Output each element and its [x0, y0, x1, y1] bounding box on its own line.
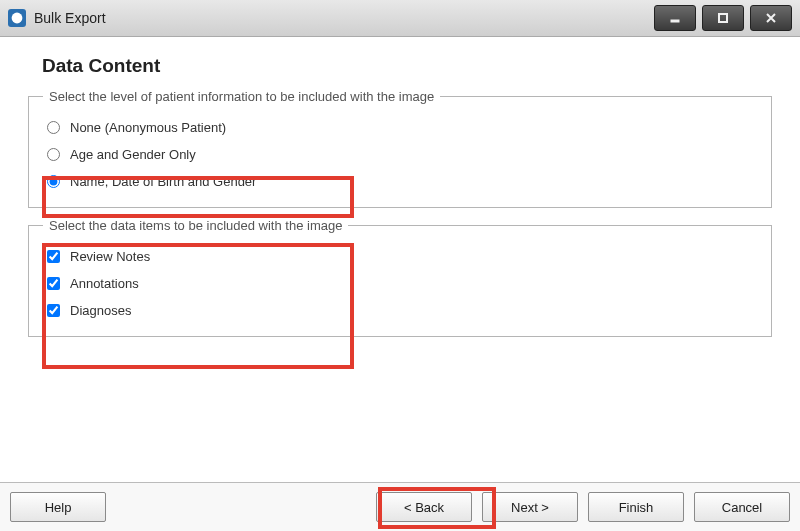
- maximize-icon: [717, 12, 729, 24]
- wizard-button-bar: Help < Back Next > Finish Cancel: [0, 482, 800, 531]
- close-button[interactable]: [750, 5, 792, 31]
- app-icon: [8, 9, 26, 27]
- check-diagnoses-input[interactable]: [47, 304, 60, 317]
- data-items-group: Select the data items to be included wit…: [28, 218, 772, 337]
- wizard-page: Data Content Select the level of patient…: [0, 37, 800, 482]
- check-annotations[interactable]: Annotations: [43, 270, 757, 297]
- svg-point-0: [12, 13, 23, 24]
- patient-info-legend: Select the level of patient information …: [43, 89, 440, 104]
- minimize-button[interactable]: [654, 5, 696, 31]
- radio-none-input[interactable]: [47, 121, 60, 134]
- check-review-notes[interactable]: Review Notes: [43, 243, 757, 270]
- radio-none[interactable]: None (Anonymous Patient): [43, 114, 757, 141]
- check-annotations-label: Annotations: [70, 276, 139, 291]
- maximize-button[interactable]: [702, 5, 744, 31]
- bulk-export-window: Bulk Export Data Content Select the leve…: [0, 0, 800, 531]
- minimize-icon: [669, 12, 681, 24]
- radio-name-dob-gender[interactable]: Name, Date of Birth and Gender: [43, 168, 757, 195]
- radio-age-gender[interactable]: Age and Gender Only: [43, 141, 757, 168]
- patient-info-group: Select the level of patient information …: [28, 89, 772, 208]
- help-button[interactable]: Help: [10, 492, 106, 522]
- window-title: Bulk Export: [34, 10, 106, 26]
- next-button[interactable]: Next >: [482, 492, 578, 522]
- radio-name-dob-gender-label: Name, Date of Birth and Gender: [70, 174, 256, 189]
- radio-none-label: None (Anonymous Patient): [70, 120, 226, 135]
- radio-name-dob-gender-input[interactable]: [47, 175, 60, 188]
- radio-age-gender-input[interactable]: [47, 148, 60, 161]
- window-controls: [654, 5, 792, 31]
- close-icon: [765, 12, 777, 24]
- back-button[interactable]: < Back: [376, 492, 472, 522]
- titlebar: Bulk Export: [0, 0, 800, 37]
- radio-age-gender-label: Age and Gender Only: [70, 147, 196, 162]
- cancel-button[interactable]: Cancel: [694, 492, 790, 522]
- finish-button[interactable]: Finish: [588, 492, 684, 522]
- check-review-notes-input[interactable]: [47, 250, 60, 263]
- data-items-legend: Select the data items to be included wit…: [43, 218, 348, 233]
- check-annotations-input[interactable]: [47, 277, 60, 290]
- check-diagnoses[interactable]: Diagnoses: [43, 297, 757, 324]
- svg-rect-2: [719, 14, 727, 22]
- check-review-notes-label: Review Notes: [70, 249, 150, 264]
- check-diagnoses-label: Diagnoses: [70, 303, 131, 318]
- page-heading: Data Content: [42, 55, 772, 77]
- svg-rect-1: [671, 20, 679, 22]
